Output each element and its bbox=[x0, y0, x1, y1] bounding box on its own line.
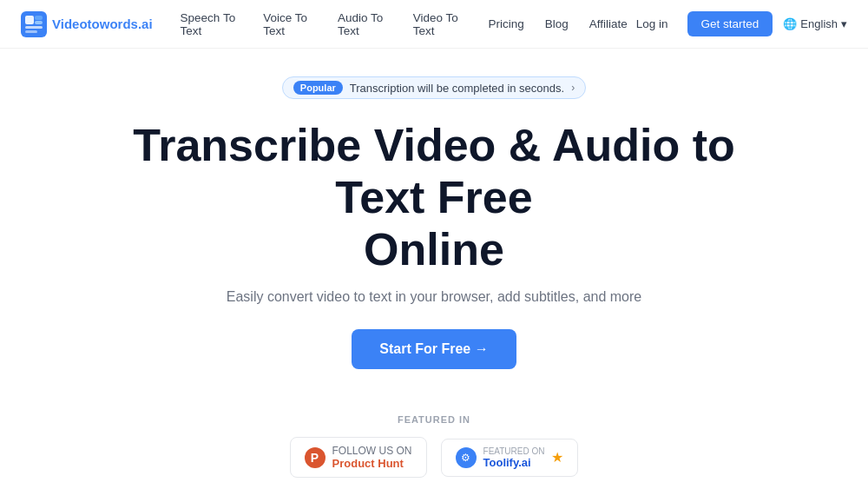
popular-text: Transcription will be completed in secon… bbox=[350, 82, 564, 95]
star-icon: ★ bbox=[551, 449, 563, 466]
toolify-text: FEATURED ON Toolify.ai bbox=[483, 446, 545, 469]
popular-badge[interactable]: Popular Transcription will be completed … bbox=[282, 76, 586, 99]
svg-rect-2 bbox=[35, 16, 43, 20]
toolify-badge[interactable]: ⚙ FEATURED ON Toolify.ai ★ bbox=[441, 439, 579, 477]
get-started-button[interactable]: Get started bbox=[687, 11, 773, 36]
product-hunt-icon: P bbox=[305, 447, 326, 468]
language-label: English bbox=[800, 17, 838, 30]
svg-rect-4 bbox=[25, 26, 43, 29]
product-hunt-text: FOLLOW US ON Product Hunt bbox=[332, 445, 412, 470]
nav-right: Log in Get started 🌐 English ▾ bbox=[628, 11, 847, 36]
popular-tag: Popular bbox=[293, 81, 343, 95]
flag-icon: 🌐 bbox=[783, 17, 797, 30]
logo-icon bbox=[21, 11, 47, 37]
logo[interactable]: Videotowords.ai bbox=[21, 11, 153, 37]
logo-text: Videotowords.ai bbox=[52, 17, 153, 31]
nav-links: Speech To Text Voice To Text Audio To Te… bbox=[181, 11, 628, 37]
login-button[interactable]: Log in bbox=[628, 12, 677, 36]
nav-blog[interactable]: Blog bbox=[545, 17, 569, 30]
svg-rect-0 bbox=[21, 11, 47, 37]
featured-logos: P FOLLOW US ON Product Hunt ⚙ FEATURED O… bbox=[290, 437, 579, 478]
featured-section: FEATURED IN P FOLLOW US ON Product Hunt … bbox=[0, 414, 868, 478]
svg-rect-1 bbox=[25, 16, 34, 24]
start-for-free-button[interactable]: Start For Free → bbox=[352, 329, 516, 369]
nav-voice-to-text[interactable]: Voice To Text bbox=[263, 11, 317, 37]
nav-pricing[interactable]: Pricing bbox=[488, 17, 523, 30]
featured-label: FEATURED IN bbox=[398, 414, 470, 425]
language-selector[interactable]: 🌐 English ▾ bbox=[783, 17, 847, 30]
svg-rect-3 bbox=[35, 21, 43, 24]
hero-section: Popular Transcription will be completed … bbox=[0, 49, 868, 414]
navbar: Videotowords.ai Speech To Text Voice To … bbox=[0, 0, 868, 49]
product-hunt-badge[interactable]: P FOLLOW US ON Product Hunt bbox=[290, 437, 427, 478]
hero-title: Transcribe Video & Audio to Text Free On… bbox=[130, 120, 738, 275]
chevron-down-icon: ▾ bbox=[841, 17, 847, 30]
nav-video-to-text[interactable]: Video To Text bbox=[413, 11, 468, 37]
toolify-icon: ⚙ bbox=[456, 447, 477, 468]
nav-speech-to-text[interactable]: Speech To Text bbox=[181, 11, 243, 37]
svg-rect-5 bbox=[25, 30, 37, 33]
chevron-right-icon: › bbox=[571, 82, 575, 94]
hero-subtitle: Easily convert video to text in your bro… bbox=[227, 289, 641, 305]
nav-affiliate[interactable]: Affiliate bbox=[589, 17, 628, 30]
nav-audio-to-text[interactable]: Audio To Text bbox=[338, 11, 392, 37]
